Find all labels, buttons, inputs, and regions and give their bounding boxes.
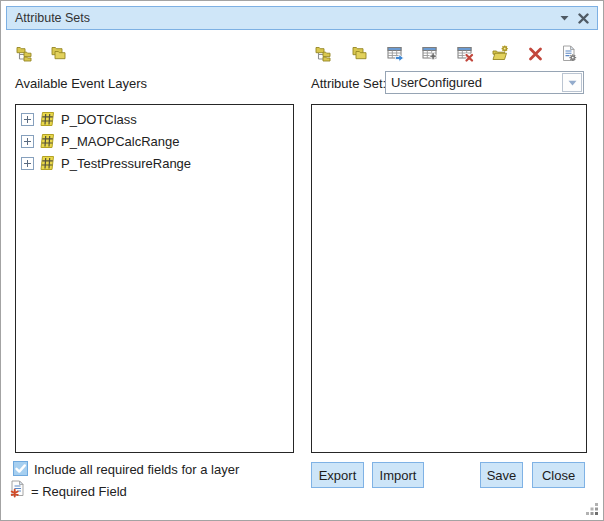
include-required-fields-checkbox[interactable] (13, 461, 28, 476)
attribute-set-listbox[interactable] (311, 104, 587, 453)
required-field-icon (10, 480, 25, 498)
import-button[interactable]: Import (372, 462, 424, 488)
table-export-icon[interactable] (387, 45, 404, 62)
open-folder-pair-icon[interactable] (351, 45, 368, 62)
attribute-set-combobox[interactable]: UserConfigured (385, 71, 584, 94)
chevron-down-icon (568, 80, 577, 86)
event-layer-tree-icon[interactable] (315, 45, 332, 62)
available-layers-heading: Available Event Layers (15, 76, 147, 91)
tree-item-label[interactable]: P_MAOPCalcRange (61, 134, 180, 149)
event-table-icon (39, 111, 55, 127)
save-button[interactable]: Save (480, 462, 523, 488)
available-event-layers-listbox[interactable]: P_DOTClass P_MAOPCalcRange P_TestPressur… (15, 104, 294, 453)
table-add-icon[interactable] (422, 45, 439, 62)
checkmark-icon (14, 462, 27, 475)
window-title: Attribute Sets (7, 11, 90, 25)
export-button[interactable]: Export (311, 462, 364, 488)
tree-row[interactable]: P_MAOPCalcRange (16, 130, 293, 152)
tree-item-label[interactable]: P_TestPressureRange (61, 156, 191, 171)
tree-item-label[interactable]: P_DOTClass (61, 112, 137, 127)
close-icon[interactable] (578, 13, 589, 24)
document-settings-icon[interactable] (561, 45, 578, 62)
attribute-sets-window: { "window": { "title": "Attribute Sets" … (0, 0, 604, 521)
titlebar: Attribute Sets (6, 6, 598, 30)
attribute-set-value[interactable]: UserConfigured (386, 75, 561, 90)
tree-row[interactable]: P_DOTClass (16, 108, 293, 130)
event-table-icon (39, 155, 55, 171)
resize-grip[interactable] (585, 502, 600, 517)
combobox-dropdown-button[interactable] (562, 73, 582, 92)
table-remove-icon[interactable] (457, 45, 474, 62)
close-button[interactable]: Close (532, 462, 585, 488)
tree-row[interactable]: P_TestPressureRange (16, 152, 293, 174)
required-field-legend: = Required Field (31, 484, 127, 499)
folder-new-set-icon[interactable] (492, 45, 509, 62)
open-folder-pair-icon[interactable] (50, 45, 67, 62)
expand-plus-icon[interactable] (21, 157, 34, 170)
include-required-fields-label: Include all required fields for a layer (34, 462, 239, 477)
expand-plus-icon[interactable] (21, 135, 34, 148)
expand-plus-icon[interactable] (21, 113, 34, 126)
event-layer-tree-icon[interactable] (16, 45, 33, 62)
delete-x-icon[interactable] (527, 45, 544, 62)
event-table-icon (39, 133, 55, 149)
attribute-set-label: Attribute Set: (311, 76, 386, 91)
collapse-arrow-icon[interactable] (560, 15, 569, 21)
